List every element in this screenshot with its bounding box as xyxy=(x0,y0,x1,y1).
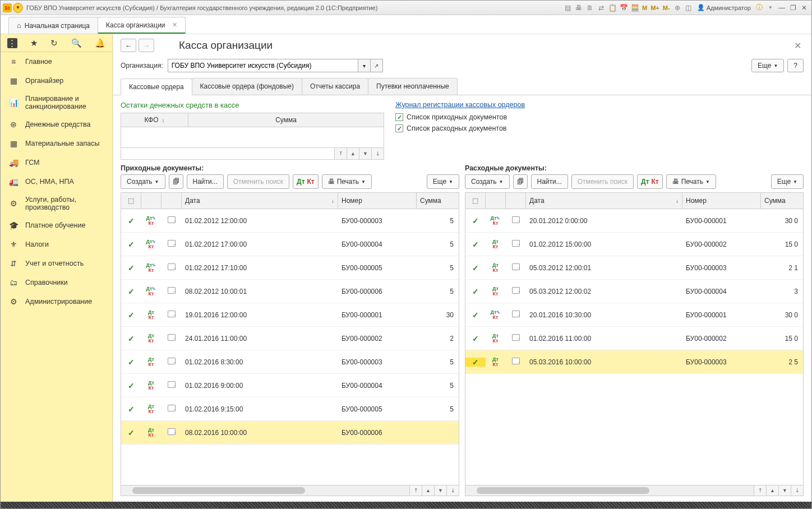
expense-cancel-search-button[interactable]: Отменить поиск xyxy=(571,174,634,189)
memory-m-minus[interactable]: M- xyxy=(662,4,671,11)
income-cancel-search-button[interactable]: Отменить поиск xyxy=(227,174,289,189)
income-col-dk[interactable] xyxy=(141,193,162,209)
income-dtkt-button[interactable]: ДтКт xyxy=(293,174,319,189)
itab-fund-orders[interactable]: Кассовые ордера (фондовые) xyxy=(192,78,302,95)
expense-row[interactable]: ✓ ДтКт 01.02.2012 15:00:00 БУ00-000002 1… xyxy=(465,233,803,256)
notifications-icon[interactable]: 🔔 xyxy=(95,38,105,48)
info-icon[interactable]: ⓘ xyxy=(754,3,764,13)
document-icon[interactable]: 🗎 xyxy=(585,3,595,13)
sidebar-item-accounting[interactable]: ⇵Учет и отчетность xyxy=(1,254,112,273)
calendar-icon[interactable]: 📅 xyxy=(619,3,629,13)
calculator-icon[interactable]: 🧮 xyxy=(630,3,640,13)
expense-row[interactable]: ✓ Дт✎Кт 20.01.2016 10:30:00 БУ00-000001 … xyxy=(465,303,803,327)
expense-col-sum[interactable]: Сумма xyxy=(761,193,803,209)
close-window-button[interactable]: ✕ xyxy=(799,3,809,12)
current-user[interactable]: 👤Администратор xyxy=(697,4,751,11)
income-hscroll[interactable] xyxy=(121,485,409,496)
income-row[interactable]: ✓ ДтКт 24.01.2016 11:00:00 БУ00-000002 2 xyxy=(121,327,459,350)
main-menu-dropdown[interactable]: ▼ xyxy=(13,3,23,13)
history-icon[interactable]: ↻ xyxy=(50,38,58,48)
income-row[interactable]: ✓ ДтКт 01.02.2016 9:15:00 БУ00-000005 5 xyxy=(121,397,459,421)
sidebar-item-cash[interactable]: ⊛Денежные средства xyxy=(1,115,112,134)
expense-row[interactable]: ✓ ДтКт 05.03.2012 12:00:01 БУ00-000003 2… xyxy=(465,256,803,280)
income-row[interactable]: ✓ Дт✎Кт 01.02.2012 17:10:00 БУ00-000005 … xyxy=(121,256,459,280)
expense-row[interactable]: ✓ ДтКт 05.03.2012 12:00:02 БУ00-000004 3 xyxy=(465,280,803,303)
sidebar-item-materials[interactable]: ▦Материальные запасы xyxy=(1,134,112,153)
balance-col-sum[interactable]: Сумма xyxy=(188,113,384,127)
memory-m-plus[interactable]: M+ xyxy=(649,4,661,11)
sidebar-item-admin[interactable]: ⚙Администрирование xyxy=(1,292,112,311)
income-col-sum[interactable]: Сумма xyxy=(417,193,459,209)
income-row[interactable]: ✓ Дт✎Кт 01.02.2012 12:00:00 БУ00-000003 … xyxy=(121,209,459,233)
income-col-num[interactable]: Номер xyxy=(338,193,417,209)
expense-dtkt-button[interactable]: ДтКт xyxy=(637,174,663,189)
expense-row[interactable]: ✓ Дт✎Кт 20.01.2012 0:00:00 БУ00-000001 3… xyxy=(465,209,803,233)
income-row[interactable]: ✓ ДтКт 01.02.2016 8:30:00 БУ00-000003 5 xyxy=(121,350,459,374)
more-button[interactable]: Еще▼ xyxy=(751,59,784,72)
print-preview-icon[interactable]: ▤ xyxy=(562,3,573,13)
income-row[interactable]: ✓ Дт✎Кт 01.02.2012 17:00:00 БУ00-000004 … xyxy=(121,233,459,256)
expense-find-button[interactable]: Найти... xyxy=(531,174,568,189)
income-find-button[interactable]: Найти... xyxy=(187,174,224,189)
tab-home[interactable]: ⌂ Начальная страница xyxy=(8,17,98,34)
memory-m[interactable]: M xyxy=(641,4,648,11)
income-nav-down[interactable]: ▼ xyxy=(434,485,446,496)
expense-nav-up[interactable]: ▲ xyxy=(766,485,778,496)
income-more-button[interactable]: Еще▼ xyxy=(427,174,459,189)
close-page-icon[interactable]: ✕ xyxy=(792,38,804,53)
expense-col-doc[interactable] xyxy=(506,193,526,209)
income-col-doc[interactable] xyxy=(162,193,182,209)
balance-nav-down[interactable]: ▼ xyxy=(359,148,371,159)
income-print-button[interactable]: 🖶Печать▼ xyxy=(322,174,372,189)
sidebar-item-main[interactable]: ≡Главное xyxy=(1,52,112,71)
expense-nav-down[interactable]: ▼ xyxy=(778,485,791,496)
org-open-button[interactable]: ↗ xyxy=(371,59,383,72)
expense-nav-first[interactable]: ⤒ xyxy=(754,485,766,496)
balance-col-kfo[interactable]: КФО↓ xyxy=(121,113,188,127)
expense-col-status[interactable]: ⬚ xyxy=(465,193,486,209)
balance-nav-first[interactable]: ⤒ xyxy=(334,148,347,159)
expense-col-dk[interactable] xyxy=(486,193,506,209)
forward-button[interactable]: → xyxy=(139,39,154,52)
sidebar-item-services[interactable]: ⚙Услуги, работы, производство xyxy=(1,191,112,216)
search-icon[interactable]: 🔍 xyxy=(71,38,82,48)
chk-expense-row[interactable]: ✓Список расходных документов xyxy=(395,124,804,132)
itab-unpaid[interactable]: Путевки неоплаченные xyxy=(368,78,458,95)
favorites-icon[interactable]: ★ xyxy=(30,38,38,48)
sections-icon[interactable]: ⋮⋮⋮ xyxy=(7,38,17,48)
panel-icon[interactable]: ◫ xyxy=(684,3,694,13)
sidebar-item-fuel[interactable]: 🚚ГСМ xyxy=(1,153,112,172)
itab-reports[interactable]: Отчеты кассира xyxy=(302,78,368,95)
help-button[interactable]: ? xyxy=(787,59,804,72)
itab-cash-orders[interactable]: Кассовые ордера xyxy=(121,78,192,95)
chk-income-row[interactable]: ✓Список приходных документов xyxy=(395,113,804,121)
expense-print-button[interactable]: 🖶Печать▼ xyxy=(666,174,716,189)
balance-nav-up[interactable]: ▲ xyxy=(347,148,359,159)
org-dropdown[interactable]: ▾ xyxy=(358,59,371,72)
maximize-button[interactable]: ❐ xyxy=(788,3,798,12)
income-create-button[interactable]: Создать▼ xyxy=(121,174,165,189)
expense-more-button[interactable]: Еще▼ xyxy=(771,174,804,189)
expense-nav-last[interactable]: ⤓ xyxy=(791,485,803,496)
zoom-icon[interactable]: ⊕ xyxy=(672,3,682,13)
income-nav-first[interactable]: ⤒ xyxy=(409,485,422,496)
expense-col-date[interactable]: Дата↓ xyxy=(526,193,682,209)
income-row[interactable]: ✓ ДтКт 19.01.2016 12:00:00 БУ00-000001 3… xyxy=(121,303,459,327)
clipboard-icon[interactable]: 📋 xyxy=(607,3,617,13)
expense-row[interactable]: ✓ ДтКт 05.03.2016 10:00:00 БУ00-000003 2… xyxy=(465,350,803,374)
income-col-status[interactable]: ⬚ xyxy=(121,193,141,209)
expense-hscroll[interactable] xyxy=(465,485,754,496)
income-nav-last[interactable]: ⤓ xyxy=(446,485,459,496)
income-copy-button[interactable]: 🗐 xyxy=(169,174,183,189)
income-nav-up[interactable]: ▲ xyxy=(422,485,434,496)
back-button[interactable]: ← xyxy=(121,39,136,52)
journal-link[interactable]: Журнал регистрации кассовых ордеров xyxy=(395,101,525,109)
print-icon[interactable]: 🖶 xyxy=(574,3,584,13)
expense-copy-button[interactable]: 🗐 xyxy=(513,174,528,189)
income-row[interactable]: ✓ Дт✎Кт 08.02.2012 10:00:01 БУ00-000006 … xyxy=(121,280,459,303)
expense-row[interactable]: ✓ ДтКт 01.02.2016 11:00:00 БУ00-000002 1… xyxy=(465,327,803,350)
sidebar-item-organizer[interactable]: ▦Органайзер xyxy=(1,71,112,90)
compare-icon[interactable]: ⇄ xyxy=(596,3,606,13)
sidebar-item-taxes[interactable]: ⚜Налоги xyxy=(1,235,112,254)
close-tab-icon[interactable]: ✕ xyxy=(172,21,177,29)
